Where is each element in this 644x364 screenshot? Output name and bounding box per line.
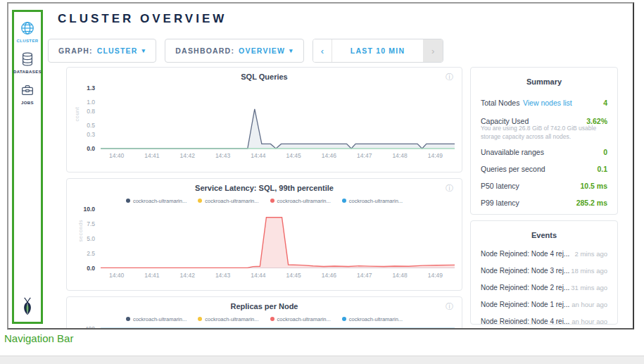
y-tick-label: 0.0 — [87, 265, 95, 272]
graph-dropdown[interactable]: GRAPH: CLUSTER ▾ — [48, 39, 156, 63]
sidebar-item-databases[interactable]: DATABASES — [13, 51, 42, 74]
summary-value: 0.1 — [597, 165, 607, 173]
time-prev-button[interactable]: ‹ — [313, 39, 332, 62]
chart-legend: cockroach-ultramarin...cockroach-ultrama… — [74, 315, 455, 323]
legend-series-name: cockroach-ultramarin... — [133, 198, 187, 204]
chart-svg — [101, 209, 455, 268]
sidebar-item-jobs[interactable]: JOBS — [20, 82, 35, 105]
view-nodes-list-link[interactable]: View nodes list — [523, 99, 572, 107]
sql-queries-chart-card: SQL Queries ⓘ count1.31.00.80.50.30.014:… — [66, 67, 462, 172]
x-tick-label: 14:41 — [144, 152, 159, 159]
summary-label: P99 latency — [481, 199, 519, 207]
dashboard-dropdown[interactable]: DASHBOARD: OVERVIEW ▾ — [165, 39, 303, 63]
chart-title: SQL Queries — [74, 73, 455, 81]
plot-area — [101, 209, 455, 268]
summary-row-p99: P99 latency 285.2 ms — [481, 194, 607, 211]
legend-dot-icon — [270, 317, 274, 321]
y-tick-label: 0.8 — [87, 108, 95, 115]
service-latency-plot: seconds10.07.55.02.50.014:4014:4114:4214… — [74, 209, 455, 280]
legend-dot-icon — [198, 199, 202, 203]
x-axis: 14:4014:4114:4214:4314:4414:4514:4614:47… — [101, 149, 455, 160]
sidebar-item-label: CLUSTER — [16, 39, 38, 43]
dashboard-dropdown-label: DASHBOARD: — [175, 46, 234, 55]
event-text: Node Rejoined: Node 2 rej... — [481, 284, 569, 291]
summary-title: Summary — [481, 75, 607, 92]
navigation-bar: CLUSTER DATABASES JOBS — [12, 10, 43, 324]
sidebar-item-label: JOBS — [21, 101, 34, 105]
event-row[interactable]: Node Rejoined: Node 1 rej... an hour ago — [481, 296, 607, 313]
sql-queries-plot: count1.31.00.80.50.30.014:4014:4114:4214… — [74, 88, 455, 160]
replicas-per-node-chart-card: Replicas per Node ⓘ cockroach-ultramarin… — [66, 296, 462, 330]
summary-label: P50 latency — [481, 182, 519, 190]
chart-svg — [101, 88, 455, 149]
x-tick-label: 14:40 — [109, 272, 124, 279]
x-tick-label: 14:47 — [357, 152, 372, 159]
legend-item[interactable]: cockroach-ultramarin... — [342, 198, 403, 204]
chart-svg — [101, 327, 455, 330]
x-tick-label: 14:45 — [286, 272, 301, 279]
legend-item[interactable]: cockroach-ultramarin... — [126, 198, 187, 204]
right-column: Summary Total Nodes View nodes list 4 Ca… — [470, 67, 618, 325]
legend-series-name: cockroach-ultramarin... — [349, 198, 403, 204]
chevron-down-icon: ▾ — [142, 47, 146, 54]
summary-value: 10.5 ms — [580, 182, 607, 190]
globe-icon — [20, 20, 35, 36]
y-tick-label: 0.5 — [87, 121, 95, 128]
event-row[interactable]: Node Rejoined: Node 4 rej... an hour ago — [481, 313, 607, 325]
x-tick-label: 14:46 — [322, 272, 336, 279]
cockroachdb-logo[interactable] — [20, 297, 35, 318]
time-range-value[interactable]: LAST 10 MIN — [332, 39, 423, 62]
event-row[interactable]: Node Rejoined: Node 2 rej... 31 mins ago — [481, 279, 607, 296]
sidebar-item-cluster[interactable]: CLUSTER — [16, 20, 38, 43]
plot-area — [101, 327, 455, 330]
summary-value: 4 — [603, 99, 607, 107]
database-icon — [20, 51, 35, 67]
event-row[interactable]: Node Rejoined: Node 4 rej... 2 mins ago — [481, 245, 607, 262]
legend-series-name: cockroach-ultramarin... — [349, 316, 403, 322]
legend-dot-icon — [270, 199, 274, 203]
info-icon[interactable]: ⓘ — [446, 183, 453, 194]
event-text: Node Rejoined: Node 1 rej... — [481, 301, 569, 308]
x-tick-label: 14:48 — [392, 272, 407, 279]
event-row[interactable]: Node Rejoined: Node 3 rej... 18 mins ago — [481, 262, 607, 279]
replicas-per-node-plot: 400 — [74, 327, 455, 330]
x-axis: 14:4014:4114:4214:4314:4414:4514:4614:47… — [101, 268, 455, 280]
legend-item[interactable]: cockroach-ultramarin... — [126, 316, 187, 322]
info-icon[interactable]: ⓘ — [446, 301, 453, 312]
legend-series-name: cockroach-ultramarin... — [277, 316, 331, 322]
sidebar-item-label: DATABASES — [13, 70, 42, 74]
legend-item[interactable]: cockroach-ultramarin... — [342, 316, 403, 322]
chevron-down-icon: ▾ — [289, 47, 293, 54]
x-tick-label: 14:44 — [251, 272, 265, 279]
y-axis: seconds10.07.55.02.50.0 — [74, 209, 101, 268]
charts-column: SQL Queries ⓘ count1.31.00.80.50.30.014:… — [66, 67, 462, 330]
x-tick-label: 14:43 — [215, 152, 230, 159]
legend-dot-icon — [342, 199, 346, 203]
app-window: CLUSTER DATABASES JOBS — [7, 2, 634, 330]
legend-item[interactable]: cockroach-ultramarin... — [270, 198, 331, 204]
x-tick-label: 14:42 — [180, 152, 195, 159]
x-tick-label: 14:49 — [428, 152, 443, 159]
bottom-strip — [0, 356, 644, 364]
event-time: 18 mins ago — [571, 267, 607, 275]
summary-row-qps: Queries per second 0.1 — [481, 161, 607, 177]
x-tick-label: 14:46 — [322, 152, 336, 159]
summary-panel: Summary Total Nodes View nodes list 4 Ca… — [470, 67, 618, 215]
summary-label: Total Nodes — [481, 99, 519, 107]
y-axis: count1.31.00.80.50.30.0 — [74, 88, 101, 149]
legend-series-name: cockroach-ultramarin... — [133, 316, 187, 322]
legend-series-name: cockroach-ultramarin... — [205, 198, 258, 204]
x-tick-label: 14:40 — [109, 152, 124, 159]
y-tick-label: 0.0 — [87, 145, 95, 152]
legend-item[interactable]: cockroach-ultramarin... — [198, 198, 258, 204]
chart-title: Replicas per Node — [74, 302, 455, 310]
event-time: 31 mins ago — [571, 284, 607, 291]
y-tick-label: 2.5 — [87, 250, 95, 257]
info-icon[interactable]: ⓘ — [446, 72, 453, 82]
x-tick-label: 14:43 — [215, 272, 230, 279]
summary-label: Unavailable ranges — [481, 148, 544, 156]
legend-item[interactable]: cockroach-ultramarin... — [198, 316, 258, 322]
legend-item[interactable]: cockroach-ultramarin... — [270, 316, 331, 322]
legend-dot-icon — [126, 317, 130, 321]
x-tick-label: 14:48 — [392, 152, 407, 159]
